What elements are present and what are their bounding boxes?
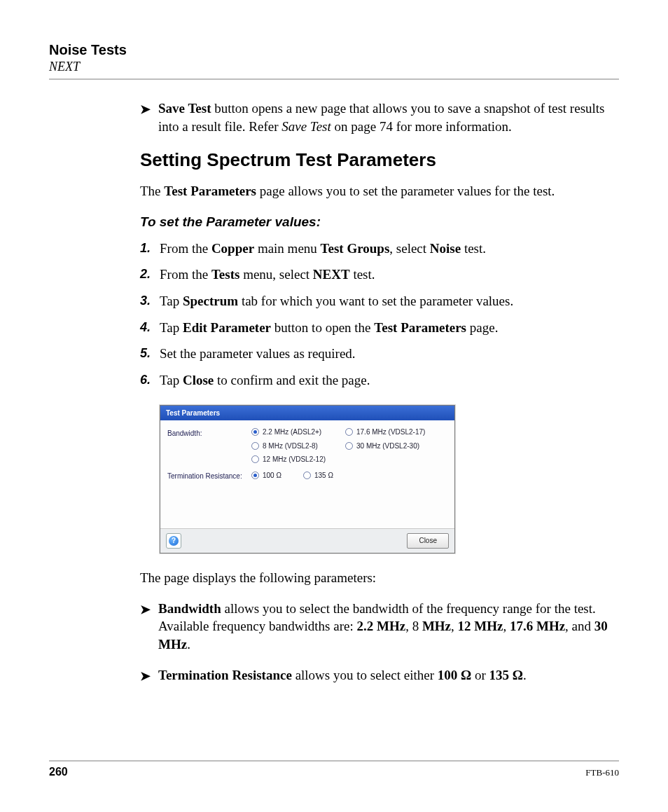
radio-icon bbox=[345, 428, 353, 436]
radio-label: 100 Ω bbox=[263, 471, 281, 481]
bold-text: MHz bbox=[422, 619, 451, 633]
step-number: 2. bbox=[140, 266, 160, 284]
text: Tap bbox=[160, 373, 183, 387]
dialog-footer: ? Close bbox=[160, 528, 454, 553]
bold-text: NEXT bbox=[313, 267, 350, 282]
text: page allows you to set the parameter val… bbox=[256, 184, 555, 198]
step-item: 5.Set the parameter values as required. bbox=[140, 345, 612, 363]
radio-option[interactable]: 135 Ω bbox=[303, 470, 345, 481]
step-number: 1. bbox=[140, 240, 160, 258]
bold-text: Close bbox=[183, 373, 214, 387]
text: From the bbox=[160, 241, 211, 256]
italic-text: Save Test bbox=[281, 119, 331, 134]
parameter-bullet: ➤Bandwidth allows you to select the band… bbox=[140, 600, 612, 654]
radio-option[interactable]: 8 MHz (VDSL2-8) bbox=[251, 441, 335, 451]
step-number: 5. bbox=[140, 345, 160, 363]
document-id: FTB-610 bbox=[585, 767, 619, 778]
radio-icon bbox=[303, 472, 311, 479]
step-number: 6. bbox=[140, 371, 160, 390]
bold-text: Bandwidth bbox=[158, 601, 221, 616]
step-text: From the Tests menu, select NEXT test. bbox=[160, 266, 612, 284]
close-button[interactable]: Close bbox=[407, 533, 449, 549]
text: test. bbox=[461, 241, 486, 256]
bold-text: Test Groups bbox=[321, 241, 390, 256]
step-text: From the Copper main menu Test Groups, s… bbox=[160, 240, 612, 258]
text: , select bbox=[389, 241, 430, 256]
radio-label: 12 MHz (VDSL2-12) bbox=[263, 455, 326, 465]
dialog-row: Termination Resistance:100 Ω135 Ω bbox=[167, 470, 447, 481]
radio-label: 30 MHz (VDSL2-30) bbox=[356, 441, 419, 451]
radio-icon bbox=[251, 442, 259, 450]
text: From the bbox=[160, 267, 211, 282]
radio-option[interactable]: 17.6 MHz (VDSL2-17) bbox=[345, 427, 429, 437]
text: Set the parameter values as required. bbox=[160, 346, 356, 361]
radio-label: 135 Ω bbox=[314, 471, 333, 481]
step-text: Tap Spectrum tab for which you want to s… bbox=[160, 292, 612, 310]
test-parameters-dialog: Test Parameters Bandwidth:2.2 MHz (ADSL2… bbox=[160, 405, 455, 554]
step-item: 1.From the Copper main menu Test Groups,… bbox=[140, 240, 612, 258]
header-title: Noise Tests bbox=[49, 42, 619, 58]
dialog-body: Bandwidth:2.2 MHz (ADSL2+)17.6 MHz (VDSL… bbox=[160, 420, 454, 528]
dialog-options: 2.2 MHz (ADSL2+)17.6 MHz (VDSL2-17)8 MHz… bbox=[251, 427, 447, 465]
bold-text: Termination Resistance bbox=[158, 668, 292, 682]
help-icon: ? bbox=[169, 536, 179, 546]
text: , and bbox=[565, 619, 594, 633]
bold-text: Save Test bbox=[158, 101, 211, 116]
radio-option[interactable]: 2.2 MHz (ADSL2+) bbox=[251, 427, 335, 437]
bullet-arrow-icon: ➤ bbox=[140, 666, 158, 685]
dialog-options: 100 Ω135 Ω bbox=[251, 470, 447, 481]
procedure-subhead: To set the Parameter values: bbox=[140, 213, 612, 231]
bullet-text: Termination Resistance allows you to sel… bbox=[158, 666, 612, 685]
radio-icon bbox=[345, 442, 353, 450]
text: button to open the bbox=[271, 320, 374, 335]
step-text: Tap Edit Parameter button to open the Te… bbox=[160, 319, 612, 337]
section-heading: Setting Spectrum Test Parameters bbox=[140, 148, 612, 172]
text: . bbox=[187, 637, 190, 652]
step-number: 4. bbox=[140, 319, 160, 337]
step-item: 3.Tap Spectrum tab for which you want to… bbox=[140, 292, 612, 310]
radio-option[interactable]: 12 MHz (VDSL2-12) bbox=[251, 455, 335, 465]
dialog-screenshot: Test Parameters Bandwidth:2.2 MHz (ADSL2… bbox=[160, 405, 612, 554]
header-subtitle: NEXT bbox=[49, 60, 619, 74]
steps-list: 1.From the Copper main menu Test Groups,… bbox=[140, 240, 612, 390]
text: The bbox=[140, 184, 164, 198]
text: page. bbox=[466, 320, 498, 335]
page-footer: 260 FTB-610 bbox=[49, 755, 619, 778]
dialog-row-label: Termination Resistance: bbox=[167, 470, 251, 481]
text: allows you to select either bbox=[292, 668, 438, 682]
bold-text: 12 MHz bbox=[458, 619, 503, 633]
step-text: Tap Close to confirm and exit the page. bbox=[160, 371, 612, 390]
text: main menu bbox=[254, 241, 320, 256]
text: test. bbox=[350, 267, 375, 282]
text: . bbox=[523, 668, 527, 682]
dialog-row: Bandwidth:2.2 MHz (ADSL2+)17.6 MHz (VDSL… bbox=[167, 427, 447, 465]
bold-text: Spectrum bbox=[183, 294, 238, 308]
section-lead: The Test Parameters page allows you to s… bbox=[140, 182, 612, 200]
step-item: 6.Tap Close to confirm and exit the page… bbox=[140, 371, 612, 390]
text: , bbox=[451, 619, 458, 633]
text: on page 74 for more information. bbox=[331, 119, 512, 134]
page-number: 260 bbox=[49, 766, 68, 778]
radio-option[interactable]: 30 MHz (VDSL2-30) bbox=[345, 441, 429, 451]
radio-label: 2.2 MHz (ADSL2+) bbox=[263, 427, 321, 437]
bold-text: Tests bbox=[211, 267, 239, 282]
step-number: 3. bbox=[140, 292, 160, 310]
bullet-save-test: ➤ Save Test button opens a new page that… bbox=[140, 99, 612, 135]
bold-text: 100 Ω bbox=[438, 668, 471, 682]
bold-text: Copper bbox=[211, 241, 254, 256]
after-dialog-text: The page displays the following paramete… bbox=[140, 569, 612, 587]
radio-label: 8 MHz (VDSL2-8) bbox=[263, 441, 318, 451]
dialog-title-bar: Test Parameters bbox=[160, 406, 454, 421]
bullet-arrow-icon: ➤ bbox=[140, 600, 158, 654]
text: menu, select bbox=[239, 267, 312, 282]
step-item: 2.From the Tests menu, select NEXT test. bbox=[140, 266, 612, 284]
text: Tap bbox=[160, 294, 183, 308]
bold-text: 135 Ω bbox=[489, 668, 523, 682]
bold-text: Test Parameters bbox=[374, 320, 466, 335]
text: , 8 bbox=[405, 619, 422, 633]
radio-label: 17.6 MHz (VDSL2-17) bbox=[356, 427, 425, 437]
help-button[interactable]: ? bbox=[166, 533, 181, 549]
radio-option[interactable]: 100 Ω bbox=[251, 470, 293, 481]
bullet-text: Bandwidth allows you to select the bandw… bbox=[158, 600, 612, 654]
bold-text: Test Parameters bbox=[164, 184, 256, 198]
